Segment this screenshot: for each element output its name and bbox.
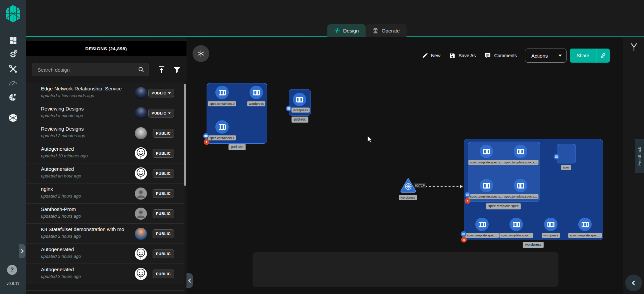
sidebar-item-lifecycle[interactable]: ⚙ ⚙ <box>0 47 26 62</box>
error-badge[interactable]: 3 <box>461 237 467 243</box>
designs-panel-title: DESIGNS (24,898) <box>26 41 186 56</box>
node-label: spec.template.spec.s... <box>468 160 504 165</box>
lifecycle-gear-small-icon: ⚙ <box>13 49 18 54</box>
upload-design-icon[interactable] <box>157 66 166 74</box>
spec-box[interactable] <box>557 144 576 163</box>
share-button[interactable]: Share <box>570 49 609 63</box>
design-updated: updated 2 hours ago <box>41 194 81 199</box>
container-icon <box>517 149 524 154</box>
visibility-select[interactable]: PUBLIC <box>148 89 174 97</box>
visibility-badge[interactable]: PUBLIC <box>153 270 174 278</box>
container-node[interactable] <box>480 179 493 192</box>
design-row[interactable]: nginx updated 2 hours ago PUBLIC <box>26 183 184 204</box>
actions-dropdown[interactable] <box>554 55 566 57</box>
designs-scrollbar[interactable] <box>184 84 186 186</box>
new-button[interactable]: New <box>422 53 440 59</box>
pod-badge-icon[interactable] <box>461 231 467 237</box>
visibility-badge[interactable]: PUBLIC <box>153 249 174 258</box>
sidebar-item-mesh[interactable] <box>0 90 26 104</box>
node-label: spec.template.spec.s... <box>502 160 538 165</box>
tab-design[interactable]: Design <box>327 24 366 37</box>
visibility-badge[interactable]: PUBLIC <box>153 149 174 158</box>
design-row[interactable]: Santhosh-Prom updated 2 hours ago PUBLIC <box>26 204 184 224</box>
tab-operate[interactable]: Operate <box>366 24 407 37</box>
visibility-badge[interactable]: PUBLIC <box>153 129 174 138</box>
rail-expand-chevron[interactable] <box>19 244 25 258</box>
group-label: pod-skd <box>228 144 246 150</box>
container-node[interactable] <box>514 145 527 158</box>
comments-button[interactable]: Comments <box>484 52 517 59</box>
sidebar-item-kanvas[interactable] <box>0 111 26 125</box>
collapse-right-button[interactable] <box>625 275 642 291</box>
container-node[interactable] <box>250 86 263 99</box>
visibility-badge[interactable]: PUBLIC <box>153 169 174 178</box>
container-node[interactable] <box>475 218 489 231</box>
container-node[interactable] <box>293 93 306 106</box>
search-icon[interactable] <box>138 66 145 73</box>
node-label: spec.template.spec... <box>465 233 499 238</box>
container-icon <box>582 222 589 227</box>
container-node[interactable] <box>578 218 592 231</box>
design-row[interactable]: Reviewing Designs updated a minute ago P… <box>26 103 184 123</box>
design-name: Autogenerated <box>41 246 138 252</box>
container-node[interactable] <box>215 86 229 99</box>
container-node[interactable] <box>509 218 523 231</box>
design-updated: updated 2 hours ago <box>41 274 81 279</box>
container-node[interactable] <box>215 120 229 134</box>
operate-engineer-icon <box>372 27 379 34</box>
visibility-badge[interactable]: PUBLIC <box>153 189 174 198</box>
container-icon <box>483 183 490 189</box>
actions-button[interactable]: Actions <box>525 49 567 63</box>
container-icon <box>219 90 226 95</box>
version-label: v0.8.11 <box>0 281 26 286</box>
container-node[interactable] <box>544 218 557 231</box>
sidebar-item-configuration[interactable] <box>0 62 26 76</box>
design-name: Reviewing Designs <box>41 106 138 112</box>
design-row[interactable]: K8 Statefulset demonstration with mo upd… <box>26 224 184 244</box>
error-badge[interactable]: 2 <box>204 139 210 145</box>
sidebar-item-dashboard[interactable] <box>0 33 26 48</box>
design-row[interactable]: Reviewing Designs updated 2 minutes ago … <box>26 123 184 143</box>
pod-badge-icon[interactable] <box>203 133 209 139</box>
group-label: wordpress <box>523 242 544 248</box>
copy-link-button[interactable] <box>596 53 610 59</box>
toolkit-icon <box>9 65 17 73</box>
pod-badge-icon[interactable] <box>554 154 559 160</box>
design-updated: updated an hour ago <box>41 173 81 178</box>
design-name: Santhosh-Prom <box>41 206 138 212</box>
new-label: New <box>431 53 440 58</box>
design-row[interactable]: Autogenerated updated 2 hours ago PUBLIC <box>26 244 184 264</box>
visibility-select[interactable]: PUBLIC <box>148 109 174 118</box>
container-icon <box>547 222 554 227</box>
design-row[interactable]: Autogenerated updated an hour ago PUBLIC <box>26 163 184 183</box>
save-as-button[interactable]: Save As <box>449 53 476 59</box>
collapse-left-chevron[interactable] <box>186 273 193 288</box>
visibility-badge[interactable]: PUBLIC <box>153 209 174 218</box>
pod-badge-icon[interactable] <box>286 106 292 112</box>
sidebar-item-performance[interactable] <box>0 76 26 90</box>
canvas-widget-button[interactable] <box>193 45 209 62</box>
design-row[interactable]: Autogenerated updated 2 hours ago PUBLIC <box>26 264 184 284</box>
floppy-icon <box>449 53 455 59</box>
feedback-tab[interactable]: Feedback <box>635 139 644 173</box>
node-label: wordpress <box>399 195 417 200</box>
filter-icon[interactable] <box>172 66 181 74</box>
error-badge[interactable]: 3 <box>465 198 471 204</box>
container-node[interactable] <box>514 179 527 192</box>
design-updated: updated a few seconds ago <box>41 93 94 98</box>
pod-template-group[interactable] <box>468 142 540 202</box>
visibility-badge[interactable]: PUBLIC <box>153 229 174 238</box>
search-input[interactable] <box>38 67 138 73</box>
design-row[interactable]: Autogenerated updated 10 minutes ago PUB… <box>26 143 184 163</box>
node-label: spec.template.spec... <box>499 233 533 238</box>
container-icon <box>219 124 226 130</box>
design-name: Edge-Network-Relationship: Service <box>41 86 138 91</box>
pencil-icon <box>422 53 428 59</box>
flow-merge-icon[interactable] <box>630 43 638 52</box>
meshery-logo[interactable] <box>5 5 21 23</box>
help-button[interactable]: ? <box>7 265 17 275</box>
pod-badge-icon[interactable] <box>465 192 471 198</box>
design-row[interactable]: Edge-Network-Relationship: Service updat… <box>26 83 184 103</box>
container-icon <box>483 149 490 154</box>
container-node[interactable] <box>480 145 493 158</box>
